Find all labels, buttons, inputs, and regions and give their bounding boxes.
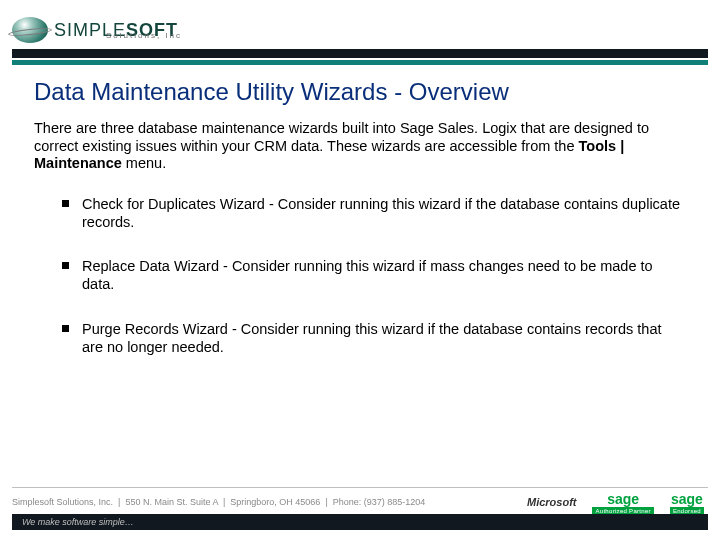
header-divider-dark	[12, 49, 708, 58]
logo-sphere-icon	[12, 17, 48, 43]
microsoft-partner-badge: Microsoft	[523, 492, 581, 512]
brand-subtitle: Solutions, Inc	[106, 31, 182, 40]
footer-city: Springboro, OH 45066	[230, 497, 320, 507]
sage-endorsed-badge: sage Endorsed	[666, 492, 708, 512]
list-item: Purge Records Wizard - Consider running …	[62, 320, 692, 356]
bullet-list: Check for Duplicates Wizard - Consider r…	[62, 195, 692, 356]
slide-title: Data Maintenance Utility Wizards - Overv…	[34, 78, 692, 106]
footer-phone: (937) 885-1204	[364, 497, 426, 507]
footer: Simplesoft Solutions, Inc. | 550 N. Main…	[12, 487, 708, 512]
list-item: Replace Data Wizard - Consider running t…	[62, 257, 692, 293]
list-item: Check for Duplicates Wizard - Consider r…	[62, 195, 692, 231]
partner-badges: Microsoft sage Authorized Partner sage E…	[523, 492, 708, 512]
header-divider-accent	[12, 60, 708, 65]
footer-phone-label: Phone:	[333, 497, 362, 507]
intro-paragraph: There are three database maintenance wiz…	[34, 120, 692, 173]
footer-company: Simplesoft Solutions, Inc.	[12, 497, 113, 507]
tagline-text: We make software simple…	[22, 517, 134, 527]
footer-address: 550 N. Main St. Suite A	[125, 497, 218, 507]
tagline-bar: We make software simple…	[12, 514, 708, 530]
intro-text-pre: There are three database maintenance wiz…	[34, 120, 649, 154]
header: SIMPLESOFT	[0, 0, 720, 56]
footer-contact: Simplesoft Solutions, Inc. | 550 N. Main…	[12, 497, 425, 507]
sage-authorized-badge: sage Authorized Partner	[588, 492, 657, 512]
intro-text-post: menu.	[122, 155, 166, 171]
slide-content: Data Maintenance Utility Wizards - Overv…	[34, 78, 692, 382]
